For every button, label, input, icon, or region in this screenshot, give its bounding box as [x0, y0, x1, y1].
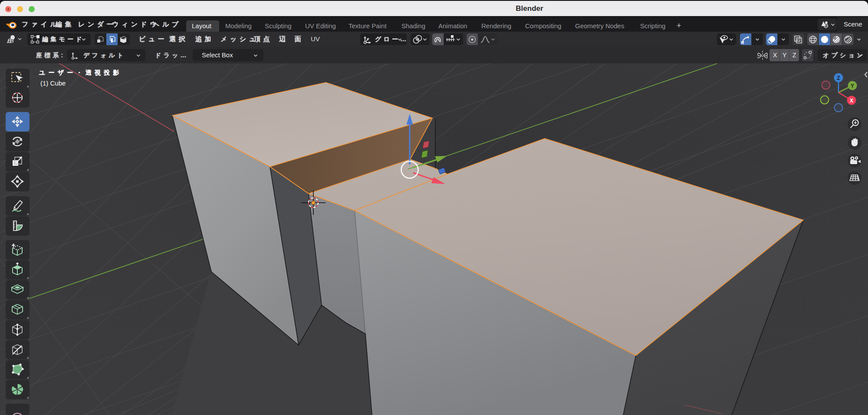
svg-text:Z: Z — [837, 75, 840, 81]
svg-text:X: X — [850, 98, 853, 104]
svg-text:Y: Y — [851, 83, 854, 89]
